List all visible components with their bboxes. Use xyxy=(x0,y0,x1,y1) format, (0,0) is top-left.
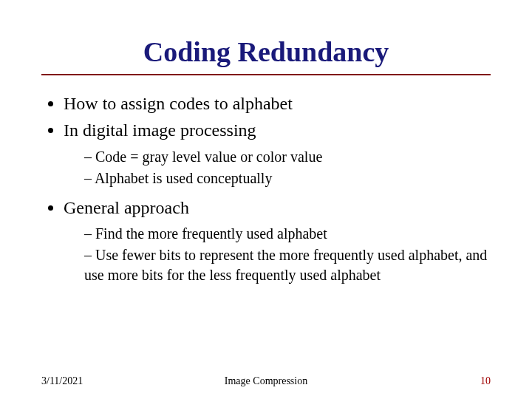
bullet-text: In digital image processing xyxy=(64,120,256,140)
slide-footer: 3/11/2021 Image Compression 10 xyxy=(41,375,491,387)
bullet-item: How to assign codes to alphabet xyxy=(64,92,491,115)
slide-content: How to assign codes to alphabet In digit… xyxy=(41,92,491,285)
slide: Coding Redundancy How to assign codes to… xyxy=(0,0,532,399)
bullet-item: General approach Find the more frequentl… xyxy=(64,196,491,285)
footer-date: 3/11/2021 xyxy=(41,375,83,387)
sub-bullet-item: Use fewer bits to represent the more fre… xyxy=(84,245,491,285)
sub-bullet-item: Alphabet is used conceptually xyxy=(84,168,491,188)
footer-page-number: 10 xyxy=(480,375,491,387)
bullet-text: General approach xyxy=(64,198,189,217)
bullet-list: How to assign codes to alphabet In digit… xyxy=(41,92,491,285)
sub-bullet-list: Code = gray level value or color value A… xyxy=(64,147,491,188)
bullet-item: In digital image processing Code = gray … xyxy=(64,118,491,188)
title-underline xyxy=(41,74,491,75)
slide-title: Coding Redundancy xyxy=(41,35,491,68)
sub-bullet-list: Find the more frequently used alphabet U… xyxy=(64,224,491,285)
sub-bullet-item: Find the more frequently used alphabet xyxy=(84,224,491,244)
footer-topic: Image Compression xyxy=(41,375,491,387)
sub-bullet-item: Code = gray level value or color value xyxy=(84,147,491,167)
